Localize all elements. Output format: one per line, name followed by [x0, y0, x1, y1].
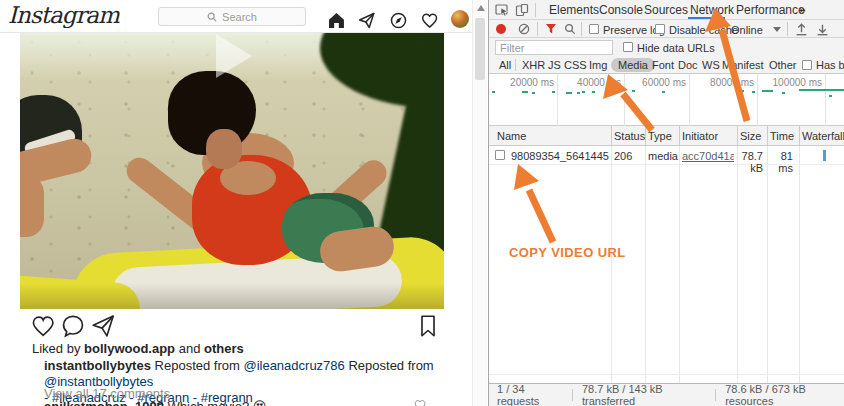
divider	[572, 389, 573, 401]
column-divider[interactable]	[679, 126, 680, 146]
timeline-mark	[782, 92, 785, 94]
filter-pill-doc[interactable]: Doc	[678, 59, 698, 71]
filter-pill-other[interactable]: Other	[769, 59, 797, 71]
caption-username[interactable]: instantbollybytes	[44, 358, 151, 373]
column-divider[interactable]	[799, 126, 800, 146]
tab-network[interactable]: Network	[690, 3, 734, 17]
filter-pill-media[interactable]: Media	[611, 58, 655, 72]
device-toolbar-icon[interactable]	[515, 3, 529, 17]
comment-like-icon[interactable]	[414, 399, 426, 406]
preserve-log-checkbox[interactable]	[589, 24, 599, 34]
page-scrollbar[interactable]	[472, 0, 487, 406]
disable-cache-label[interactable]: Disable cache	[669, 24, 738, 36]
filter-pill-ws[interactable]: WS	[702, 59, 720, 71]
like-icon[interactable]	[31, 314, 55, 338]
filter-pill-manifest[interactable]: Manifest	[722, 59, 764, 71]
scrollbar-up-arrow-icon[interactable]	[477, 5, 485, 11]
instagram-nav-bar: Instagram Search	[0, 0, 472, 33]
import-har-icon[interactable]	[795, 23, 808, 36]
requests-table-header: Name Status Type Initiator Size Time Wat…	[489, 126, 844, 146]
column-header-size[interactable]: Size	[740, 130, 761, 142]
tab-elements[interactable]: Elements	[549, 3, 599, 17]
hide-data-urls-label[interactable]: Hide data URLs	[637, 42, 715, 54]
home-icon[interactable]	[328, 12, 345, 29]
filter-row: Filter Hide data URLs	[489, 38, 844, 57]
filter-pill-all[interactable]: All	[499, 59, 511, 71]
filter-pill-xhr[interactable]: XHR	[522, 59, 545, 71]
instagram-page: Instagram Search	[0, 0, 472, 406]
tabs-overflow-chevron[interactable]: »	[799, 3, 806, 17]
caption-text-2: Reposted from	[348, 358, 433, 373]
column-gridline	[799, 146, 800, 383]
column-divider[interactable]	[767, 126, 768, 146]
activity-heart-icon[interactable]	[421, 12, 438, 29]
comment-icon[interactable]	[61, 314, 85, 338]
instagram-logo[interactable]: Instagram	[8, 2, 119, 28]
network-overview-timeline[interactable]: 20000 ms 40000 ms 60000 ms 80000 ms 1000…	[489, 74, 844, 126]
explore-icon[interactable]	[390, 12, 407, 29]
search-input[interactable]: Search	[158, 7, 306, 26]
tab-performance[interactable]: Performance	[736, 3, 805, 17]
status-requests: 1 / 34 requests	[497, 383, 563, 406]
liked-by-others[interactable]: others	[204, 341, 244, 356]
timeline-mark	[592, 91, 595, 93]
column-divider[interactable]	[645, 126, 646, 146]
status-transferred: 78.7 kB / 143 kB transferred	[582, 383, 706, 406]
filter-funnel-icon[interactable]	[545, 23, 557, 35]
filter-pill-js[interactable]: JS	[548, 59, 561, 71]
column-divider[interactable]	[611, 126, 612, 146]
timeline-activity-marks	[489, 74, 844, 126]
search-placeholder: Search	[222, 11, 257, 23]
bookmark-icon[interactable]	[416, 314, 440, 338]
blocked-cookies-checkbox[interactable]	[802, 60, 812, 70]
copy-video-url-annotation: COPY VIDEO URL	[509, 245, 626, 260]
devtools-tab-bar: Elements Console Sources Network Perform…	[489, 0, 844, 20]
waterfall-bar	[823, 150, 826, 161]
request-row[interactable]: 98089354_56414452784... 206 media acc70d…	[489, 146, 844, 165]
profile-avatar[interactable]	[451, 10, 469, 28]
requests-table-body: 98089354_56414452784... 206 media acc70d…	[489, 146, 844, 383]
clear-icon[interactable]	[518, 23, 530, 35]
disable-cache-checkbox[interactable]	[655, 24, 665, 34]
video-art-vignette	[20, 283, 444, 309]
share-icon[interactable]	[91, 314, 115, 338]
play-icon[interactable]	[216, 34, 252, 78]
filter-pill-css[interactable]: CSS	[564, 59, 587, 71]
comment-username[interactable]: anilkstmohan_1999	[44, 399, 164, 406]
search-network-icon[interactable]	[564, 23, 576, 35]
filter-pill-font[interactable]: Font	[652, 59, 674, 71]
column-header-initiator[interactable]: Initiator	[682, 130, 718, 142]
request-initiator-link[interactable]: acc70d41a7...	[682, 150, 734, 162]
messenger-icon[interactable]	[358, 12, 375, 29]
throttling-select[interactable]: Online	[731, 24, 763, 36]
column-header-waterfall[interactable]: Waterfall	[802, 130, 844, 142]
scrollbar-thumb[interactable]	[475, 18, 485, 80]
filter-placeholder: Filter	[500, 42, 524, 54]
tab-sources[interactable]: Sources	[644, 3, 688, 17]
divider	[581, 22, 582, 36]
blocked-cookies-label[interactable]: Has blocked cookies	[816, 59, 844, 71]
tab-console[interactable]: Console	[599, 3, 643, 17]
column-header-name[interactable]: Name	[497, 130, 526, 142]
filter-input[interactable]: Filter	[495, 40, 613, 55]
hide-data-urls-checkbox[interactable]	[623, 42, 633, 52]
caption-mention-1[interactable]: @ileanadcruz786	[243, 358, 344, 373]
devtools-panel: Elements Console Sources Network Perform…	[488, 0, 844, 406]
column-header-type[interactable]: Type	[648, 130, 672, 142]
liked-by-user[interactable]: bollywood.app	[84, 341, 175, 356]
divider	[537, 22, 538, 36]
post-video[interactable]	[20, 33, 444, 309]
column-header-time[interactable]: Time	[770, 130, 794, 142]
column-divider[interactable]	[737, 126, 738, 146]
record-icon[interactable]	[496, 24, 506, 34]
devtools-status-bar: 1 / 34 requests 78.7 kB / 143 kB transfe…	[489, 383, 844, 406]
request-checkbox[interactable]	[495, 150, 505, 160]
column-header-status[interactable]: Status	[614, 130, 645, 142]
filter-pill-img[interactable]: Img	[589, 59, 607, 71]
export-har-icon[interactable]	[816, 23, 829, 36]
request-name[interactable]: 98089354_56414452784...	[511, 150, 609, 162]
inspect-element-icon[interactable]	[495, 3, 509, 17]
timeline-mark	[662, 91, 665, 93]
timeline-mark	[492, 91, 495, 93]
throttling-caret-icon[interactable]	[773, 27, 781, 32]
